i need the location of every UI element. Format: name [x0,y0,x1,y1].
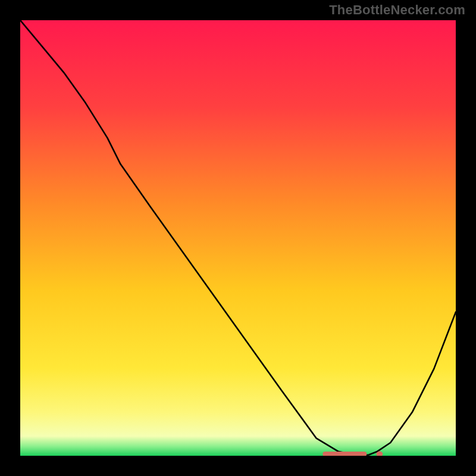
figure-container: TheBottleNecker.com [0,0,476,476]
gradient-plot [20,20,456,456]
watermark-text: TheBottleNecker.com [329,2,465,18]
chart-svg [20,20,456,456]
marker-strip [322,452,367,456]
gradient-background [20,20,456,456]
